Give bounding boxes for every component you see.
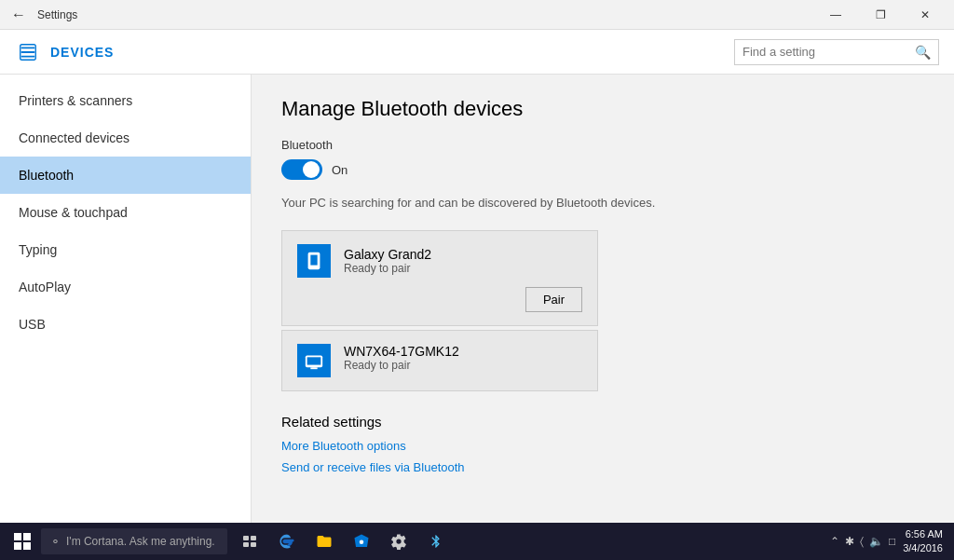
toggle-knob (303, 161, 320, 178)
back-button[interactable]: ← (7, 4, 30, 26)
main-layout: Printers & scanners Connected devices Bl… (0, 75, 954, 523)
window-controls: — ❐ ✕ (814, 0, 947, 30)
action-center-icon[interactable]: □ (889, 535, 895, 548)
pair-button-galaxy[interactable]: Pair (525, 287, 582, 312)
close-button[interactable]: ✕ (904, 0, 947, 30)
sidebar-item-usb[interactable]: USB (0, 306, 251, 343)
minimize-button[interactable]: — (814, 0, 857, 30)
sidebar: Printers & scanners Connected devices Bl… (0, 75, 252, 523)
task-view-button[interactable] (231, 523, 268, 560)
cortana-search-text: I'm Cortana. Ask me anything. (66, 535, 215, 548)
clock-time: 6:56 AM (903, 527, 943, 541)
sidebar-item-connected[interactable]: Connected devices (0, 119, 251, 157)
device-icon-galaxy (297, 244, 331, 278)
device-icon-wn7x64 (297, 344, 331, 377)
bluetooth-section-label: Bluetooth (281, 138, 924, 152)
sidebar-item-printers[interactable]: Printers & scanners (0, 82, 251, 119)
svg-rect-5 (307, 358, 321, 365)
volume-icon[interactable]: 🔈 (869, 535, 883, 548)
system-tray: ⌃ ✱ 〈 🔈 □ (830, 535, 903, 548)
search-box[interactable]: 🔍 (734, 39, 939, 65)
svg-rect-13 (251, 536, 256, 540)
svg-rect-15 (251, 542, 256, 547)
cortana-search[interactable]: ⚬ I'm Cortana. Ask me anything. (41, 528, 227, 554)
bluetooth-toggle[interactable] (281, 159, 322, 180)
svg-rect-6 (310, 368, 317, 370)
restore-button[interactable]: ❐ (859, 0, 902, 30)
bluetooth-toggle-row: On (281, 159, 924, 180)
file-explorer-button[interactable] (306, 523, 343, 560)
svg-rect-14 (243, 542, 249, 547)
svg-rect-2 (310, 255, 317, 266)
svg-rect-8 (14, 533, 21, 540)
device-name-wn7x64: WN7X64-17GMK12 (344, 344, 582, 359)
device-info-galaxy: Galaxy Grand2 Ready to pair (344, 247, 582, 275)
bluetooth-status-icon[interactable]: ✱ (845, 535, 854, 548)
app-header: DEVICES 🔍 (0, 30, 954, 75)
search-input[interactable] (743, 45, 915, 59)
device-status-galaxy: Ready to pair (344, 262, 582, 275)
device-status-wn7x64: Ready to pair (344, 359, 582, 372)
settings-button[interactable] (380, 523, 417, 560)
toggle-state-label: On (332, 163, 348, 177)
svg-point-3 (313, 266, 315, 268)
device-name-galaxy: Galaxy Grand2 (344, 247, 582, 262)
pair-button-row: Pair (297, 287, 582, 312)
device-row-galaxy: Galaxy Grand2 Ready to pair (297, 244, 582, 278)
system-clock[interactable]: 6:56 AM 3/4/2016 (903, 527, 950, 556)
network-icon[interactable]: 〈 (860, 535, 864, 548)
app-title: DEVICES (50, 45, 734, 60)
send-receive-link[interactable]: Send or receive files via Bluetooth (281, 460, 924, 474)
taskbar: ⚬ I'm Cortana. Ask me anything. (0, 523, 954, 560)
store-button[interactable] (343, 523, 380, 560)
start-button[interactable] (4, 523, 41, 560)
edge-browser-button[interactable] (268, 523, 306, 560)
content-area: Manage Bluetooth devices Bluetooth On Yo… (252, 75, 954, 523)
device-card-wn7x64[interactable]: WN7X64-17GMK12 Ready to pair (281, 330, 598, 391)
more-bluetooth-link[interactable]: More Bluetooth options (281, 439, 924, 453)
svg-rect-9 (23, 533, 31, 540)
svg-rect-11 (23, 542, 31, 550)
bluetooth-tray-icon[interactable] (417, 523, 455, 560)
sidebar-item-typing[interactable]: Typing (0, 231, 251, 268)
svg-rect-12 (243, 536, 249, 540)
related-settings-title: Related settings (281, 414, 924, 430)
search-icon[interactable]: 🔍 (915, 45, 931, 60)
svg-rect-7 (312, 366, 316, 368)
titlebar: ← Settings — ❐ ✕ (0, 0, 954, 30)
sidebar-item-autoplay[interactable]: AutoPlay (0, 268, 251, 306)
device-info-wn7x64: WN7X64-17GMK12 Ready to pair (344, 344, 582, 372)
titlebar-title: Settings (37, 8, 814, 21)
device-card-galaxy[interactable]: Galaxy Grand2 Ready to pair Pair (281, 230, 598, 326)
bluetooth-status-text: Your PC is searching for and can be disc… (281, 195, 924, 212)
sidebar-item-bluetooth[interactable]: Bluetooth (0, 157, 251, 194)
page-title: Manage Bluetooth devices (281, 97, 924, 121)
svg-rect-10 (14, 542, 21, 550)
taskbar-app-icons (231, 523, 830, 560)
sidebar-item-mouse[interactable]: Mouse & touchpad (0, 194, 251, 231)
devices-icon (15, 39, 41, 65)
svg-point-16 (360, 540, 364, 545)
clock-date: 3/4/2016 (903, 541, 943, 555)
chevron-tray-icon[interactable]: ⌃ (830, 535, 839, 548)
